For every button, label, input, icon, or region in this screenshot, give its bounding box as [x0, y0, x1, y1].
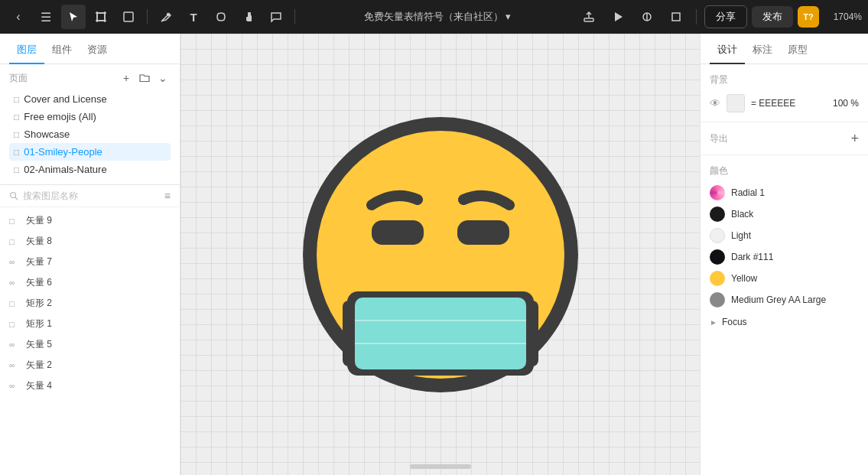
list-item[interactable]: ∞ 矢量 6 — [0, 272, 180, 293]
document-title: 免费矢量表情符号（来自社区） ▾ — [301, 10, 574, 24]
shape-tool-icon[interactable] — [116, 5, 141, 29]
color-row-dark111: Dark #111 — [710, 249, 859, 265]
color-label-dark111: Dark #111 — [731, 252, 773, 262]
vector-icon: □ — [9, 216, 21, 226]
user-avatar[interactable]: T? — [798, 6, 819, 28]
svg-rect-18 — [343, 301, 355, 366]
pen-tool-icon[interactable] — [154, 5, 178, 29]
rect-icon: □ — [9, 320, 21, 329]
canvas-area[interactable] — [180, 34, 700, 475]
svg-rect-10 — [672, 13, 680, 21]
collapse-pages-button[interactable]: ⌄ — [155, 70, 171, 86]
tab-design[interactable]: 设计 — [710, 37, 745, 64]
bg-color-swatch[interactable] — [727, 94, 745, 112]
pages-header: 页面 + ⌄ — [9, 70, 171, 86]
page-item-02-animals[interactable]: □ 02-Animals-Nature — [9, 161, 171, 178]
color-row-black: Black — [710, 207, 859, 222]
color-label-radial1: Radial 1 — [731, 187, 765, 198]
page-item-showcase[interactable]: □ Showcase — [9, 125, 171, 143]
pages-actions: + ⌄ — [119, 70, 171, 86]
bg-opacity-value[interactable]: 100 % — [833, 98, 859, 109]
anchor-tool-icon[interactable] — [209, 5, 233, 29]
publish-button[interactable]: 发布 — [752, 6, 793, 28]
list-item[interactable]: □ 矢量 8 — [0, 231, 180, 252]
color-row-radial1: Radial 1 — [710, 185, 859, 200]
focus-row[interactable]: ► Focus — [710, 314, 859, 330]
share-button[interactable]: 分享 — [704, 5, 747, 28]
color-row-light: Light — [710, 228, 859, 243]
page-item-01-smiley[interactable]: □ 01-Smiley-People — [9, 143, 171, 161]
search-bar: ≡ — [0, 185, 180, 207]
color-swatch-black[interactable] — [710, 207, 725, 222]
tab-prototype[interactable]: 原型 — [780, 37, 815, 64]
colors-title: 颜色 — [710, 164, 859, 177]
layers-list: □ 矢量 9 □ 矢量 8 ∞ 矢量 7 ∞ 矢量 6 □ 矩形 2 — [0, 207, 180, 475]
list-item[interactable]: ∞ 矢量 5 — [0, 334, 180, 355]
link-icon: ∞ — [9, 258, 21, 266]
svg-marker-8 — [615, 12, 623, 21]
zoom-level: 1704% — [824, 11, 862, 22]
text-tool-icon[interactable]: T — [181, 5, 206, 29]
color-swatch-dark111[interactable] — [710, 249, 725, 265]
export-header: 导出 + — [710, 132, 859, 145]
bg-color-value[interactable]: = EEEEEE — [751, 98, 827, 109]
new-folder-button[interactable] — [137, 70, 152, 86]
page-icon: □ — [14, 129, 19, 140]
rect-icon: □ — [9, 299, 21, 308]
export-section: 导出 + — [701, 122, 868, 155]
page-item-free-emojis[interactable]: □ Free emojis (All) — [9, 108, 171, 125]
svg-rect-7 — [584, 18, 593, 21]
toolbar-right: 分享 发布 T? 1704% — [577, 5, 862, 29]
tab-components[interactable]: 组件 — [44, 37, 80, 64]
page-icon: □ — [14, 112, 19, 122]
add-page-button[interactable]: + — [119, 70, 134, 86]
play-icon[interactable] — [606, 5, 630, 29]
svg-rect-0 — [97, 13, 105, 21]
sidebar-tabs: 图层 组件 资源 — [0, 34, 180, 64]
vector-icon: □ — [9, 237, 21, 246]
canvas-scrollbar[interactable] — [410, 464, 471, 469]
emoji-display — [295, 109, 586, 400]
add-export-button[interactable]: + — [850, 132, 859, 145]
visibility-toggle[interactable]: 👁 — [710, 97, 720, 109]
sep2 — [294, 9, 295, 24]
tab-mark[interactable]: 标注 — [745, 37, 780, 64]
comment-tool-icon[interactable] — [264, 5, 288, 29]
focus-chevron-icon: ► — [710, 318, 717, 327]
color-swatch-radial1[interactable] — [710, 185, 725, 200]
hand-tool-icon[interactable] — [236, 5, 261, 29]
mirror-icon[interactable] — [635, 5, 659, 29]
color-label-black: Black — [731, 209, 753, 220]
page-item-cover[interactable]: □ Cover and License — [9, 90, 171, 108]
left-sidebar: 图层 组件 资源 页面 + ⌄ □ Cover and License — [0, 34, 180, 475]
color-label-light: Light — [731, 230, 751, 241]
color-row-yellow: Yellow — [710, 271, 859, 286]
select-tool-icon[interactable] — [61, 5, 86, 29]
frame-tool-icon[interactable] — [89, 5, 113, 29]
list-item[interactable]: □ 矢量 9 — [0, 210, 180, 231]
list-item[interactable]: □ 矩形 2 — [0, 293, 180, 314]
back-icon[interactable]: ‹ — [6, 5, 31, 29]
color-swatch-yellow[interactable] — [710, 271, 725, 286]
main-layout: 图层 组件 资源 页面 + ⌄ □ Cover and License — [0, 34, 868, 475]
list-item[interactable]: ∞ 矢量 4 — [0, 376, 180, 396]
link-icon: ∞ — [9, 361, 21, 369]
svg-line-12 — [15, 197, 18, 200]
color-swatch-medium-grey[interactable] — [710, 292, 725, 307]
filter-icon[interactable]: ≡ — [164, 190, 171, 202]
menu-icon[interactable]: ☰ — [34, 5, 58, 29]
crop-icon[interactable] — [664, 5, 688, 29]
list-item[interactable]: ∞ 矢量 7 — [0, 252, 180, 272]
color-row-medium-grey: Medium Grey AA Large — [710, 292, 859, 307]
tab-assets[interactable]: 资源 — [80, 37, 115, 64]
link-icon: ∞ — [9, 382, 21, 390]
link-icon: ∞ — [9, 278, 21, 287]
tab-layers[interactable]: 图层 — [9, 37, 44, 64]
color-label-yellow: Yellow — [731, 273, 757, 284]
color-swatch-light[interactable] — [710, 228, 725, 243]
list-item[interactable]: ∞ 矢量 2 — [0, 355, 180, 376]
list-item[interactable]: □ 矩形 1 — [0, 314, 180, 334]
search-input[interactable] — [23, 190, 160, 201]
upload-icon[interactable] — [577, 5, 601, 29]
background-title: 背景 — [710, 73, 859, 86]
